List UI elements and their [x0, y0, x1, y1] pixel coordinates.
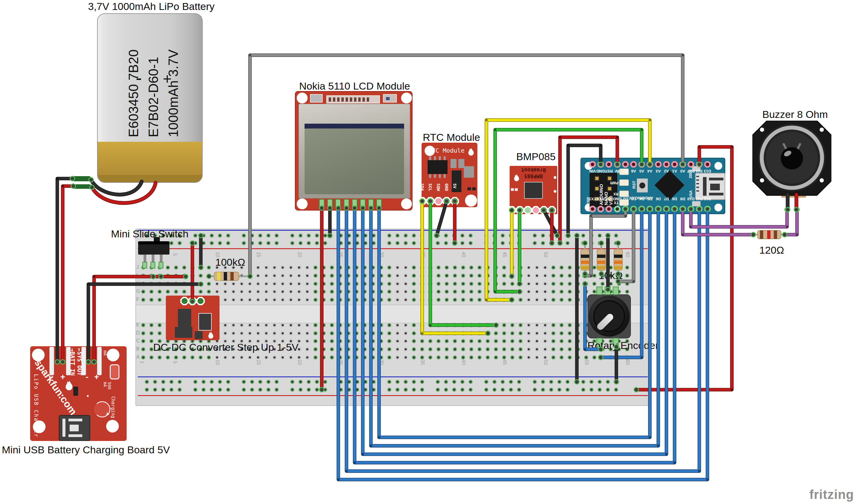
wire-lcd-5[interactable] [371, 208, 658, 446]
resistor-120[interactable] [753, 231, 785, 239]
resistor-10k-2[interactable] [597, 243, 605, 274]
resistor-100k[interactable] [209, 272, 250, 281]
wire-d10-buzzer[interactable] [691, 209, 787, 227]
wire-rtc-gnd[interactable] [437, 201, 447, 236]
wire-lcd-2[interactable] [346, 208, 699, 471]
wire-d3-resistor[interactable] [618, 209, 634, 282]
wire-lcd-5[interactable] [371, 208, 658, 446]
wire-batt-pos[interactable] [63, 186, 73, 362]
wire-lcd-3[interactable] [355, 208, 675, 463]
wire-sysout-pos[interactable] [94, 276, 186, 362]
wire-lcd-3[interactable] [355, 208, 675, 463]
resistor-10k-1[interactable] [581, 243, 589, 274]
wire-batt-neg[interactable] [57, 179, 72, 362]
wire-sysout-neg[interactable] [88, 284, 201, 362]
wire-nano-gnd[interactable] [568, 145, 601, 236]
wire-encoder-blue[interactable] [585, 284, 601, 349]
wire-d9-resistor[interactable] [683, 209, 753, 235]
wire-lcd-4[interactable] [363, 208, 667, 454]
wire-encoder-blue[interactable] [585, 284, 601, 349]
wire-sysout-pos[interactable] [94, 276, 186, 362]
wire-batt-lead-neg[interactable] [91, 180, 142, 195]
wire-nano-gnd[interactable] [568, 145, 601, 236]
wires-layer[interactable] [0, 0, 854, 504]
wire-d9-resistor[interactable] [683, 209, 753, 235]
resistor-10k-3[interactable] [614, 243, 622, 274]
wire-lcd-2[interactable] [346, 208, 699, 471]
wire-sysout-neg[interactable] [88, 284, 201, 362]
wire-d10-buzzer[interactable] [691, 209, 787, 227]
wire-d3-resistor[interactable] [618, 209, 634, 282]
wire-batt-neg[interactable] [57, 179, 72, 362]
wire-lcd-4[interactable] [363, 208, 667, 454]
fritzing-breadboard-view: E603450 7B20 E7B02-D60-1 1000mAh 3.7V - … [0, 0, 854, 504]
